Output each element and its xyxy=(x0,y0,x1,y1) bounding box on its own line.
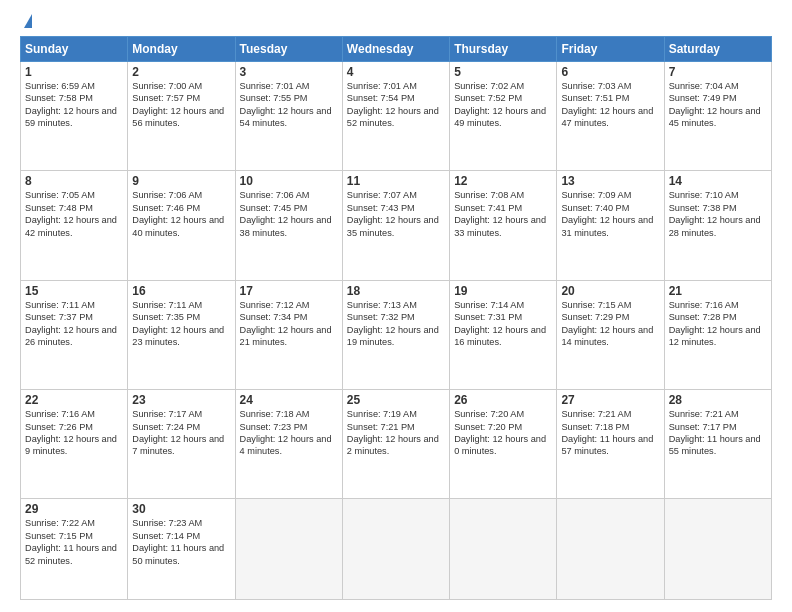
calendar-cell: 25Sunrise: 7:19 AMSunset: 7:21 PMDayligh… xyxy=(342,390,449,499)
day-number: 18 xyxy=(347,284,445,298)
day-info: Sunrise: 7:21 AMSunset: 7:17 PMDaylight:… xyxy=(669,408,767,458)
day-info: Sunrise: 7:03 AMSunset: 7:51 PMDaylight:… xyxy=(561,80,659,130)
calendar-week-row: 22Sunrise: 7:16 AMSunset: 7:26 PMDayligh… xyxy=(21,390,772,499)
day-number: 10 xyxy=(240,174,338,188)
day-info: Sunrise: 7:04 AMSunset: 7:49 PMDaylight:… xyxy=(669,80,767,130)
calendar-week-row: 8Sunrise: 7:05 AMSunset: 7:48 PMDaylight… xyxy=(21,171,772,280)
day-number: 20 xyxy=(561,284,659,298)
day-info: Sunrise: 7:20 AMSunset: 7:20 PMDaylight:… xyxy=(454,408,552,458)
day-number: 23 xyxy=(132,393,230,407)
col-header-wednesday: Wednesday xyxy=(342,37,449,62)
calendar-cell: 14Sunrise: 7:10 AMSunset: 7:38 PMDayligh… xyxy=(664,171,771,280)
calendar-cell xyxy=(664,499,771,600)
col-header-tuesday: Tuesday xyxy=(235,37,342,62)
calendar-cell: 28Sunrise: 7:21 AMSunset: 7:17 PMDayligh… xyxy=(664,390,771,499)
day-number: 2 xyxy=(132,65,230,79)
day-info: Sunrise: 7:09 AMSunset: 7:40 PMDaylight:… xyxy=(561,189,659,239)
day-number: 3 xyxy=(240,65,338,79)
calendar-cell: 26Sunrise: 7:20 AMSunset: 7:20 PMDayligh… xyxy=(450,390,557,499)
col-header-thursday: Thursday xyxy=(450,37,557,62)
day-number: 17 xyxy=(240,284,338,298)
day-info: Sunrise: 7:11 AMSunset: 7:35 PMDaylight:… xyxy=(132,299,230,349)
col-header-sunday: Sunday xyxy=(21,37,128,62)
calendar-cell xyxy=(342,499,449,600)
day-info: Sunrise: 7:21 AMSunset: 7:18 PMDaylight:… xyxy=(561,408,659,458)
calendar-cell: 15Sunrise: 7:11 AMSunset: 7:37 PMDayligh… xyxy=(21,280,128,389)
calendar-cell: 4Sunrise: 7:01 AMSunset: 7:54 PMDaylight… xyxy=(342,62,449,171)
day-info: Sunrise: 7:08 AMSunset: 7:41 PMDaylight:… xyxy=(454,189,552,239)
day-number: 22 xyxy=(25,393,123,407)
day-info: Sunrise: 7:14 AMSunset: 7:31 PMDaylight:… xyxy=(454,299,552,349)
day-info: Sunrise: 7:19 AMSunset: 7:21 PMDaylight:… xyxy=(347,408,445,458)
day-number: 11 xyxy=(347,174,445,188)
day-number: 29 xyxy=(25,502,123,516)
col-header-saturday: Saturday xyxy=(664,37,771,62)
calendar-cell: 27Sunrise: 7:21 AMSunset: 7:18 PMDayligh… xyxy=(557,390,664,499)
calendar-cell: 29Sunrise: 7:22 AMSunset: 7:15 PMDayligh… xyxy=(21,499,128,600)
logo-text xyxy=(20,16,32,28)
day-info: Sunrise: 7:07 AMSunset: 7:43 PMDaylight:… xyxy=(347,189,445,239)
day-info: Sunrise: 7:01 AMSunset: 7:55 PMDaylight:… xyxy=(240,80,338,130)
day-number: 28 xyxy=(669,393,767,407)
day-info: Sunrise: 7:01 AMSunset: 7:54 PMDaylight:… xyxy=(347,80,445,130)
day-number: 26 xyxy=(454,393,552,407)
day-info: Sunrise: 7:22 AMSunset: 7:15 PMDaylight:… xyxy=(25,517,123,567)
day-number: 4 xyxy=(347,65,445,79)
calendar-header-row: SundayMondayTuesdayWednesdayThursdayFrid… xyxy=(21,37,772,62)
calendar-cell: 16Sunrise: 7:11 AMSunset: 7:35 PMDayligh… xyxy=(128,280,235,389)
day-number: 19 xyxy=(454,284,552,298)
calendar-table: SundayMondayTuesdayWednesdayThursdayFrid… xyxy=(20,36,772,600)
day-info: Sunrise: 7:10 AMSunset: 7:38 PMDaylight:… xyxy=(669,189,767,239)
calendar-cell: 12Sunrise: 7:08 AMSunset: 7:41 PMDayligh… xyxy=(450,171,557,280)
day-number: 9 xyxy=(132,174,230,188)
calendar-cell: 10Sunrise: 7:06 AMSunset: 7:45 PMDayligh… xyxy=(235,171,342,280)
day-number: 12 xyxy=(454,174,552,188)
day-number: 1 xyxy=(25,65,123,79)
calendar-cell: 20Sunrise: 7:15 AMSunset: 7:29 PMDayligh… xyxy=(557,280,664,389)
header xyxy=(20,16,772,26)
day-number: 7 xyxy=(669,65,767,79)
day-info: Sunrise: 7:13 AMSunset: 7:32 PMDaylight:… xyxy=(347,299,445,349)
day-info: Sunrise: 7:18 AMSunset: 7:23 PMDaylight:… xyxy=(240,408,338,458)
day-info: Sunrise: 6:59 AMSunset: 7:58 PMDaylight:… xyxy=(25,80,123,130)
day-info: Sunrise: 7:11 AMSunset: 7:37 PMDaylight:… xyxy=(25,299,123,349)
day-info: Sunrise: 7:16 AMSunset: 7:26 PMDaylight:… xyxy=(25,408,123,458)
day-number: 14 xyxy=(669,174,767,188)
day-info: Sunrise: 7:17 AMSunset: 7:24 PMDaylight:… xyxy=(132,408,230,458)
calendar-cell: 1Sunrise: 6:59 AMSunset: 7:58 PMDaylight… xyxy=(21,62,128,171)
calendar-cell: 18Sunrise: 7:13 AMSunset: 7:32 PMDayligh… xyxy=(342,280,449,389)
day-info: Sunrise: 7:02 AMSunset: 7:52 PMDaylight:… xyxy=(454,80,552,130)
col-header-friday: Friday xyxy=(557,37,664,62)
calendar-cell: 30Sunrise: 7:23 AMSunset: 7:14 PMDayligh… xyxy=(128,499,235,600)
day-info: Sunrise: 7:16 AMSunset: 7:28 PMDaylight:… xyxy=(669,299,767,349)
calendar-cell xyxy=(450,499,557,600)
calendar-cell: 22Sunrise: 7:16 AMSunset: 7:26 PMDayligh… xyxy=(21,390,128,499)
calendar-cell: 23Sunrise: 7:17 AMSunset: 7:24 PMDayligh… xyxy=(128,390,235,499)
calendar-cell: 8Sunrise: 7:05 AMSunset: 7:48 PMDaylight… xyxy=(21,171,128,280)
calendar-cell: 7Sunrise: 7:04 AMSunset: 7:49 PMDaylight… xyxy=(664,62,771,171)
day-info: Sunrise: 7:06 AMSunset: 7:45 PMDaylight:… xyxy=(240,189,338,239)
day-number: 27 xyxy=(561,393,659,407)
calendar-cell: 19Sunrise: 7:14 AMSunset: 7:31 PMDayligh… xyxy=(450,280,557,389)
calendar-cell xyxy=(557,499,664,600)
calendar-week-row: 1Sunrise: 6:59 AMSunset: 7:58 PMDaylight… xyxy=(21,62,772,171)
day-info: Sunrise: 7:05 AMSunset: 7:48 PMDaylight:… xyxy=(25,189,123,239)
calendar-cell: 11Sunrise: 7:07 AMSunset: 7:43 PMDayligh… xyxy=(342,171,449,280)
calendar-cell: 6Sunrise: 7:03 AMSunset: 7:51 PMDaylight… xyxy=(557,62,664,171)
day-number: 8 xyxy=(25,174,123,188)
day-number: 13 xyxy=(561,174,659,188)
day-info: Sunrise: 7:00 AMSunset: 7:57 PMDaylight:… xyxy=(132,80,230,130)
day-info: Sunrise: 7:06 AMSunset: 7:46 PMDaylight:… xyxy=(132,189,230,239)
calendar-cell: 24Sunrise: 7:18 AMSunset: 7:23 PMDayligh… xyxy=(235,390,342,499)
calendar-cell: 5Sunrise: 7:02 AMSunset: 7:52 PMDaylight… xyxy=(450,62,557,171)
day-number: 21 xyxy=(669,284,767,298)
day-number: 15 xyxy=(25,284,123,298)
calendar-cell: 13Sunrise: 7:09 AMSunset: 7:40 PMDayligh… xyxy=(557,171,664,280)
day-info: Sunrise: 7:12 AMSunset: 7:34 PMDaylight:… xyxy=(240,299,338,349)
col-header-monday: Monday xyxy=(128,37,235,62)
day-number: 24 xyxy=(240,393,338,407)
calendar-week-row: 29Sunrise: 7:22 AMSunset: 7:15 PMDayligh… xyxy=(21,499,772,600)
calendar-cell: 2Sunrise: 7:00 AMSunset: 7:57 PMDaylight… xyxy=(128,62,235,171)
calendar-cell: 21Sunrise: 7:16 AMSunset: 7:28 PMDayligh… xyxy=(664,280,771,389)
calendar-cell: 3Sunrise: 7:01 AMSunset: 7:55 PMDaylight… xyxy=(235,62,342,171)
